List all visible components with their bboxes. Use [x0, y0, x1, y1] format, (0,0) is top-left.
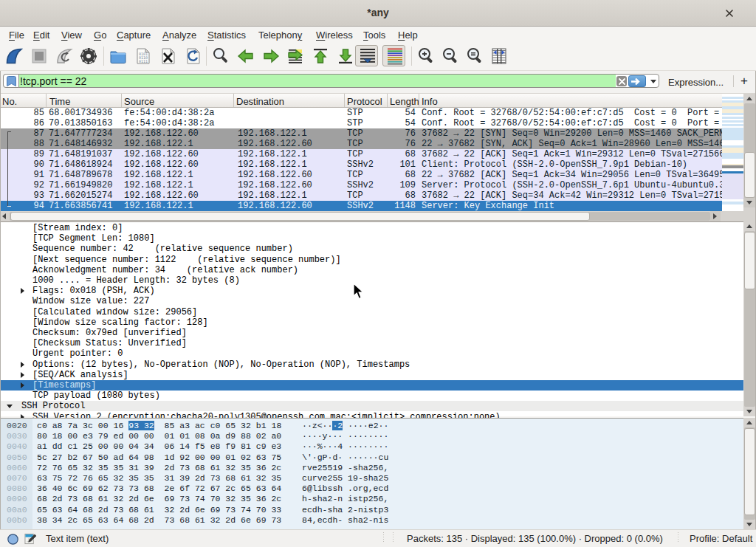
svg-text:0111: 0111 [139, 59, 148, 63]
